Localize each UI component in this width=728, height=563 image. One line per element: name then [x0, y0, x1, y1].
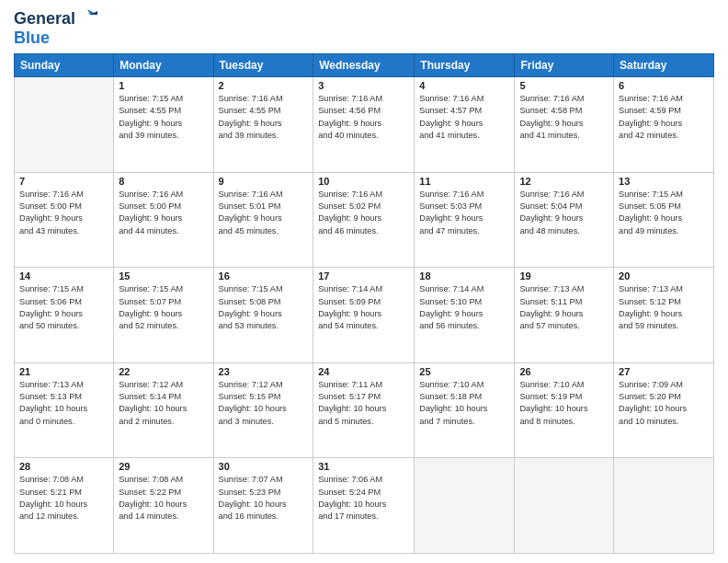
day-number: 7 — [19, 176, 108, 187]
day-info: Sunrise: 7:13 AMSunset: 5:13 PMDaylight:… — [19, 379, 108, 428]
day-number: 24 — [318, 366, 409, 377]
day-info: Sunrise: 7:16 AMSunset: 4:55 PMDaylight:… — [219, 93, 309, 142]
day-number: 12 — [519, 176, 609, 187]
day-number: 29 — [119, 461, 208, 472]
day-number: 30 — [219, 461, 309, 472]
calendar-cell: 11Sunrise: 7:16 AMSunset: 5:03 PMDayligh… — [415, 172, 515, 268]
calendar-cell: 28Sunrise: 7:08 AMSunset: 5:21 PMDayligh… — [15, 458, 114, 554]
day-info: Sunrise: 7:15 AMSunset: 5:06 PMDaylight:… — [19, 283, 108, 332]
day-info: Sunrise: 7:15 AMSunset: 5:07 PMDaylight:… — [119, 283, 208, 332]
calendar-cell: 17Sunrise: 7:14 AMSunset: 5:09 PMDayligh… — [313, 268, 415, 363]
calendar-cell: 21Sunrise: 7:13 AMSunset: 5:13 PMDayligh… — [15, 362, 114, 458]
day-number: 15 — [119, 270, 208, 282]
calendar-cell: 1Sunrise: 7:15 AMSunset: 4:55 PMDaylight… — [114, 77, 213, 173]
logo-general: General — [14, 9, 75, 29]
day-info: Sunrise: 7:10 AMSunset: 5:18 PMDaylight:… — [419, 379, 509, 428]
day-info: Sunrise: 7:08 AMSunset: 5:21 PMDaylight:… — [19, 474, 108, 523]
logo-blue: Blue — [14, 29, 50, 48]
calendar-cell: 27Sunrise: 7:09 AMSunset: 5:20 PMDayligh… — [614, 362, 714, 458]
day-header: Monday — [114, 54, 213, 77]
day-header: Friday — [515, 54, 614, 77]
day-number: 25 — [419, 366, 509, 377]
day-info: Sunrise: 7:16 AMSunset: 4:56 PMDaylight:… — [318, 93, 409, 142]
day-number: 5 — [519, 80, 609, 91]
calendar-cell — [614, 458, 714, 554]
calendar-cell: 23Sunrise: 7:12 AMSunset: 5:15 PMDayligh… — [213, 362, 313, 458]
day-number: 11 — [419, 176, 509, 187]
day-number: 28 — [19, 461, 108, 472]
day-info: Sunrise: 7:10 AMSunset: 5:19 PMDaylight:… — [519, 379, 609, 428]
calendar-cell: 14Sunrise: 7:15 AMSunset: 5:06 PMDayligh… — [15, 268, 114, 363]
calendar-cell: 5Sunrise: 7:16 AMSunset: 4:58 PMDaylight… — [515, 77, 614, 173]
day-number: 9 — [219, 176, 309, 187]
calendar-cell: 3Sunrise: 7:16 AMSunset: 4:56 PMDaylight… — [313, 77, 415, 173]
calendar-cell: 18Sunrise: 7:14 AMSunset: 5:10 PMDayligh… — [415, 268, 515, 363]
day-number: 4 — [419, 80, 509, 91]
day-info: Sunrise: 7:11 AMSunset: 5:17 PMDaylight:… — [318, 379, 409, 428]
day-info: Sunrise: 7:16 AMSunset: 4:57 PMDaylight:… — [419, 93, 509, 142]
day-header: Sunday — [15, 54, 114, 77]
day-number: 10 — [318, 176, 409, 187]
day-info: Sunrise: 7:14 AMSunset: 5:09 PMDaylight:… — [318, 283, 409, 332]
day-number: 8 — [119, 176, 208, 187]
day-info: Sunrise: 7:08 AMSunset: 5:22 PMDaylight:… — [119, 474, 208, 523]
day-number: 3 — [318, 80, 409, 91]
day-info: Sunrise: 7:15 AMSunset: 4:55 PMDaylight:… — [119, 93, 208, 142]
calendar-cell: 2Sunrise: 7:16 AMSunset: 4:55 PMDaylight… — [213, 77, 313, 173]
day-number: 6 — [619, 80, 709, 91]
calendar-table: SundayMondayTuesdayWednesdayThursdayFrid… — [14, 53, 714, 554]
day-number: 14 — [19, 270, 108, 282]
day-number: 17 — [318, 270, 409, 282]
calendar-cell: 26Sunrise: 7:10 AMSunset: 5:19 PMDayligh… — [515, 362, 614, 458]
calendar-cell: 22Sunrise: 7:12 AMSunset: 5:14 PMDayligh… — [114, 362, 213, 458]
day-info: Sunrise: 7:16 AMSunset: 5:04 PMDaylight:… — [519, 189, 609, 237]
day-info: Sunrise: 7:16 AMSunset: 5:02 PMDaylight:… — [318, 189, 409, 237]
day-number: 23 — [219, 366, 309, 377]
day-number: 27 — [619, 366, 709, 377]
calendar-cell: 15Sunrise: 7:15 AMSunset: 5:07 PMDayligh… — [114, 268, 213, 363]
calendar-cell: 10Sunrise: 7:16 AMSunset: 5:02 PMDayligh… — [313, 172, 415, 268]
calendar-cell: 19Sunrise: 7:13 AMSunset: 5:11 PMDayligh… — [515, 268, 614, 363]
calendar-cell — [515, 458, 614, 554]
day-header: Thursday — [415, 54, 515, 77]
day-info: Sunrise: 7:12 AMSunset: 5:14 PMDaylight:… — [119, 379, 208, 428]
day-info: Sunrise: 7:06 AMSunset: 5:24 PMDaylight:… — [318, 474, 409, 523]
calendar-cell — [415, 458, 515, 554]
day-info: Sunrise: 7:16 AMSunset: 4:59 PMDaylight:… — [619, 93, 709, 142]
day-info: Sunrise: 7:13 AMSunset: 5:12 PMDaylight:… — [619, 283, 709, 332]
day-header: Saturday — [614, 54, 714, 77]
calendar-cell: 25Sunrise: 7:10 AMSunset: 5:18 PMDayligh… — [415, 362, 515, 458]
calendar-cell: 20Sunrise: 7:13 AMSunset: 5:12 PMDayligh… — [614, 268, 714, 363]
day-number: 26 — [519, 366, 609, 377]
day-number: 18 — [419, 270, 509, 282]
day-number: 22 — [119, 366, 208, 377]
day-info: Sunrise: 7:16 AMSunset: 5:00 PMDaylight:… — [119, 189, 208, 237]
day-number: 31 — [318, 461, 409, 472]
day-info: Sunrise: 7:16 AMSunset: 5:01 PMDaylight:… — [219, 189, 309, 237]
logo: General Blue — [14, 9, 97, 48]
day-header: Tuesday — [213, 54, 313, 77]
day-number: 13 — [619, 176, 709, 187]
calendar-cell: 13Sunrise: 7:15 AMSunset: 5:05 PMDayligh… — [614, 172, 714, 268]
day-number: 21 — [19, 366, 108, 377]
day-info: Sunrise: 7:07 AMSunset: 5:23 PMDaylight:… — [219, 474, 309, 523]
calendar-cell: 29Sunrise: 7:08 AMSunset: 5:22 PMDayligh… — [114, 458, 213, 554]
day-info: Sunrise: 7:09 AMSunset: 5:20 PMDaylight:… — [619, 379, 709, 428]
day-info: Sunrise: 7:16 AMSunset: 5:03 PMDaylight:… — [419, 189, 509, 237]
calendar-cell: 24Sunrise: 7:11 AMSunset: 5:17 PMDayligh… — [313, 362, 415, 458]
calendar-cell: 30Sunrise: 7:07 AMSunset: 5:23 PMDayligh… — [213, 458, 313, 554]
calendar-cell: 31Sunrise: 7:06 AMSunset: 5:24 PMDayligh… — [313, 458, 415, 554]
calendar-cell: 16Sunrise: 7:15 AMSunset: 5:08 PMDayligh… — [213, 268, 313, 363]
day-info: Sunrise: 7:15 AMSunset: 5:05 PMDaylight:… — [619, 189, 709, 237]
day-info: Sunrise: 7:14 AMSunset: 5:10 PMDaylight:… — [419, 283, 509, 332]
calendar-cell: 8Sunrise: 7:16 AMSunset: 5:00 PMDaylight… — [114, 172, 213, 268]
day-info: Sunrise: 7:16 AMSunset: 5:00 PMDaylight:… — [19, 189, 108, 237]
calendar-cell: 12Sunrise: 7:16 AMSunset: 5:04 PMDayligh… — [515, 172, 614, 268]
calendar-cell: 6Sunrise: 7:16 AMSunset: 4:59 PMDaylight… — [614, 77, 714, 173]
day-number: 16 — [219, 270, 309, 282]
calendar-cell: 9Sunrise: 7:16 AMSunset: 5:01 PMDaylight… — [213, 172, 313, 268]
day-number: 19 — [519, 270, 609, 282]
day-info: Sunrise: 7:15 AMSunset: 5:08 PMDaylight:… — [219, 283, 309, 332]
day-info: Sunrise: 7:16 AMSunset: 4:58 PMDaylight:… — [519, 93, 609, 142]
day-info: Sunrise: 7:13 AMSunset: 5:11 PMDaylight:… — [519, 283, 609, 332]
